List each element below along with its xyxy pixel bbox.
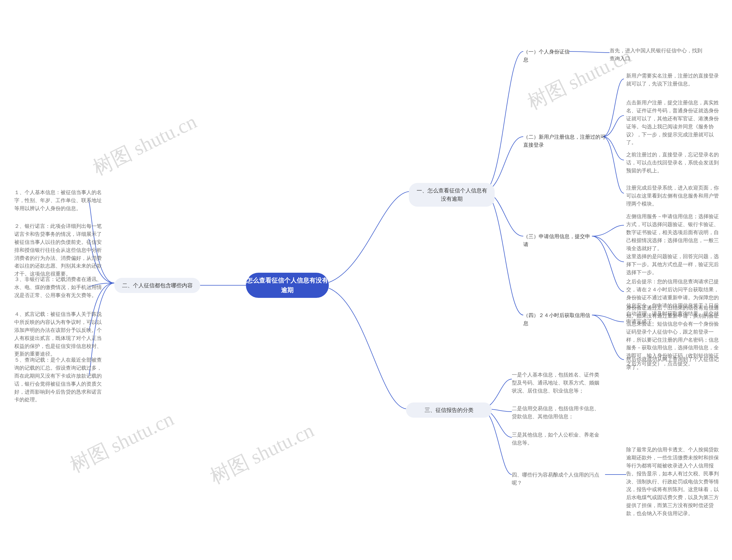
r1-sub-1-leaf-2-text: 之前注册过的，直接登录，忘记登录名的话，可以点击找回登录名，系统会发送到预留的手… <box>626 152 719 174</box>
r1-sub-1-title: （二）新用户注册信息，注册过的可直接登录 <box>523 134 606 148</box>
r3-item-2-text: 三是其他信息，如个人公积金、养老金信息等。 <box>512 432 599 446</box>
r1-sub-1-leaf-1: 点击新用户注册，提交注册信息，真实姓名、证件证件号码，普通身份证就选身份证就可以… <box>626 99 721 147</box>
r1-sub-2-leaf-0-text: 左侧信用服务－申请信用信息；选择验证方式，可以选择问题验证、银行卡验证、数字证书… <box>626 214 719 251</box>
watermark-1: 树图 shutu.cn <box>88 108 201 182</box>
r3-item-3-text: 四、哪些行为容易酿成个人信用的污点呢？ <box>512 472 599 486</box>
r1-sub-0[interactable]: （一）个人身份证信息 <box>523 48 572 64</box>
r3-item-1-text: 二是信用交易信息，包括信用卡信息、贷款信息、其他信用信息； <box>512 406 599 419</box>
r3-item-0: 一是个人基本信息，包括姓名、证件类型及号码、通讯地址、联系方式、婚姻状况、居住信… <box>512 371 600 395</box>
branch-left[interactable]: 二、个人征信都包含哪些内容 <box>114 278 200 293</box>
r1-sub-2-leaf-1: 这里选择的是问题验证，回答完问题，选择下一步。其他方式也是一样，验证完后选择下一… <box>626 253 721 277</box>
r1-sub-2[interactable]: （三）申请信用信息，提交申请 <box>523 233 592 249</box>
r1-sub-1-leaf-3-text: 注册完成后登录系统，进入欢迎页面，你可以在这里看到左侧有信息服务和用户管理两个模… <box>626 185 719 207</box>
r3-item-2: 三是其他信息，如个人公积金、养老金信息等。 <box>512 431 600 447</box>
r1-sub-0-leaf-0-text: 首先，进入中国人民银行征信中心，找到查询入口 <box>610 48 702 61</box>
branch-right-3-label: 三、征信报告的分类 <box>425 407 474 413</box>
r1-sub-3-title: （四）２４小时后获取信用信息 <box>523 312 590 326</box>
branch-right-3[interactable]: 三、征信报告的分类 <box>406 402 492 418</box>
left-leaf-0-text: １、个人基本信息：被征信当事人的名字，性别、年岁、工作单位、联系地址等用以辨认个… <box>14 190 102 211</box>
r3-item-1: 二是信用交易信息，包括信用卡信息、贷款信息、其他信用信息； <box>512 405 600 421</box>
connectors <box>0 0 732 560</box>
left-leaf-0: １、个人基本信息：被征信当事人的名字，性别、年岁、工作单位、联系地址等用以辨认个… <box>14 189 103 213</box>
left-leaf-3-text: ４、贰言记载：被征信当事人关于陈说中所反映的内容认为有争议时，可以以添加声明的办… <box>14 311 102 357</box>
r1-sub-1[interactable]: （二）新用户注册信息，注册过的可直接登录 <box>523 133 606 149</box>
watermark-4: 树图 shutu.cn <box>65 406 178 479</box>
r1-sub-1-leaf-0: 新用户需要实名注册，注册过的直接登录就可以了，先说下注册信息。 <box>626 72 721 88</box>
r1-sub-3-leaf-1: 然后你就成功从网上查询到了个人征信记录了。 <box>626 356 721 372</box>
r1-sub-0-title: （一）个人身份证信息 <box>523 49 570 63</box>
left-leaf-2: ３、非银行诺言：记载消费者在通讯、水、电、煤的缴费情况，如手机运用情况是否正常、… <box>14 276 103 300</box>
r3-item-0-text: 一是个人基本信息，包括姓名、证件类型及号码、通讯地址、联系方式、婚姻状况、居住信… <box>512 372 599 394</box>
r1-sub-1-leaf-0-text: 新用户需要实名注册，注册过的直接登录就可以了，先说下注册信息。 <box>626 73 719 87</box>
r1-sub-3-leaf-1-text: 然后你就成功从网上查询到了个人征信记录了。 <box>626 356 719 370</box>
r1-sub-1-leaf-2: 之前注册过的，直接登录，忘记登录名的话，可以点击找回登录名，系统会发送到预留的手… <box>626 151 721 175</box>
r1-sub-1-leaf-3: 注册完成后登录系统，进入欢迎页面，你可以在这里看到左侧有信息服务和用户管理两个模… <box>626 184 721 208</box>
r1-sub-2-leaf-1-text: 这里选择的是问题验证，回答完问题，选择下一步。其他方式也是一样，验证完后选择下一… <box>626 254 719 275</box>
branch-left-label: 二、个人征信都包含哪些内容 <box>122 282 193 288</box>
r1-sub-1-leaf-1-text: 点击新用户注册，提交注册信息，真实姓名、证件证件号码，普通身份证就选身份证就可以… <box>626 100 719 145</box>
r1-sub-2-leaf-0: 左侧信用服务－申请信用信息；选择验证方式，可以选择问题验证、银行卡验证、数字证书… <box>626 213 721 252</box>
branch-right-1[interactable]: 一、怎么查看征信个人信息有没有逾期 <box>409 183 495 207</box>
r3-item-3: 四、哪些行为容易酿成个人信用的污点呢？ <box>512 471 606 487</box>
root-node[interactable]: 怎么查看征信个人信息有没有逾期 <box>246 273 329 298</box>
branch-right-1-label: 一、怎么查看征信个人信息有没有逾期 <box>417 188 487 202</box>
r1-sub-3[interactable]: （四）２４小时后获取信用信息 <box>523 312 592 328</box>
left-leaf-3: ４、贰言记载：被征信当事人关于陈说中所反映的内容认为有争议时，可以以添加声明的办… <box>14 310 103 358</box>
r1-sub-2-title: （三）申请信用信息，提交申请 <box>523 234 590 247</box>
r3-tail-text: 除了最常见的信用卡透支、个人按揭贷款逾期还款外，一些生活缴费未按时和担保等行为都… <box>626 447 719 516</box>
watermark-3: 树图 shutu.cn <box>206 417 318 491</box>
left-leaf-2-text: ３、非银行诺言：记载消费者在通讯、水、电、煤的缴费情况，如手机运用情况是否正常、… <box>14 276 102 298</box>
r1-sub-0-leaf-0: 首先，进入中国人民银行征信中心，找到查询入口 <box>610 47 704 63</box>
root-label: 怎么查看征信个人信息有没有逾期 <box>246 276 329 295</box>
r3-tail: 除了最常见的信用卡透支、个人按揭贷款逾期还款外，一些生活缴费未按时和担保等行为都… <box>626 446 721 518</box>
left-leaf-1-text: ２、银行诺言：此项会详细列出每一笔诺言卡和告贷事务的情况，详细展示了被征信当事人… <box>14 223 102 277</box>
left-leaf-4-text: ５、查询记载：是个人在最近全部被查询的记载的汇总。假设查询记载过多，而在此期间又… <box>14 357 102 402</box>
left-leaf-4: ５、查询记载：是个人在最近全部被查询的记载的汇总。假设查询记载过多，而在此期间又… <box>14 356 103 404</box>
left-leaf-1: ２、银行诺言：此项会详细列出每一笔诺言卡和告贷事务的情况，详细展示了被征信当事人… <box>14 222 103 278</box>
